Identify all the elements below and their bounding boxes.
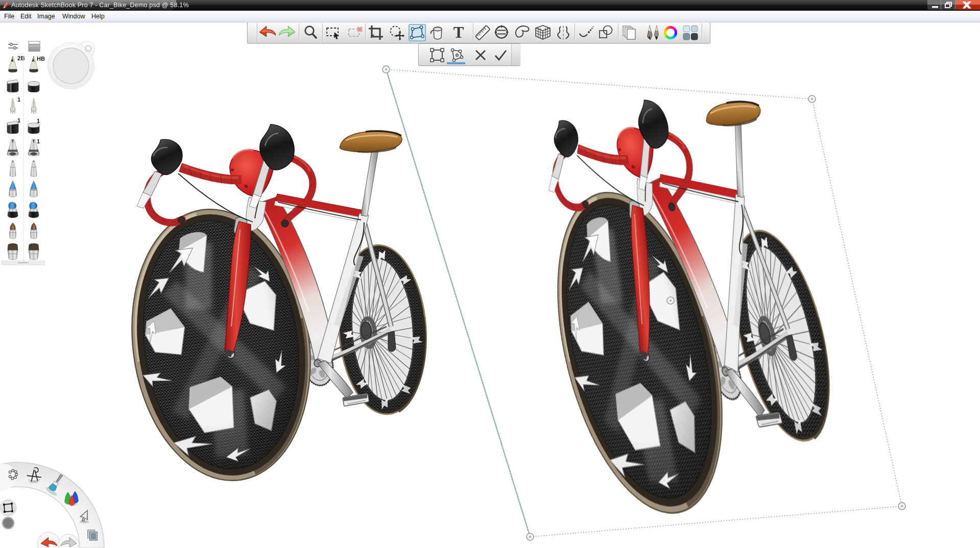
svg-text:1: 1 — [17, 96, 21, 103]
svg-text:1: 1 — [17, 117, 21, 123]
svg-text:HB: HB — [37, 56, 45, 62]
svg-text:1: 1 — [37, 138, 40, 144]
svg-text:1: 1 — [37, 118, 40, 124]
svg-text:T: T — [453, 24, 464, 41]
